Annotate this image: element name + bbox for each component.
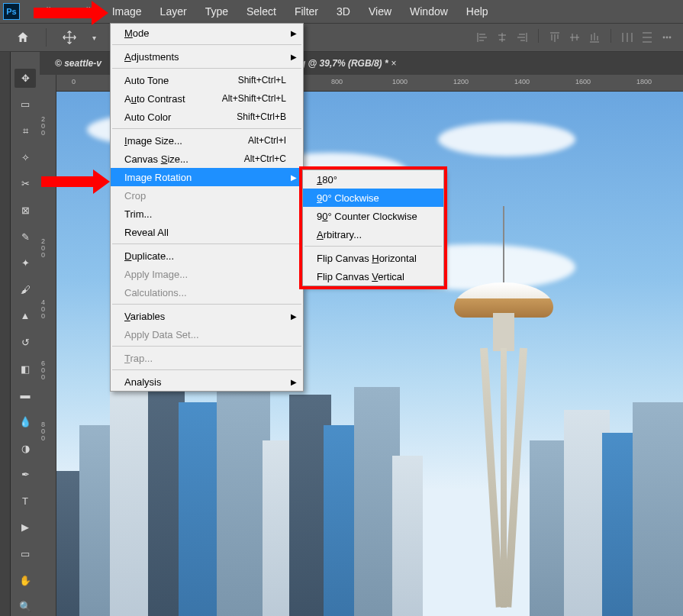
image-rotation-submenu: 180°90° Clockwise90° Counter ClockwiseAr…	[302, 169, 444, 286]
image-menu-auto-tone[interactable]: Auto ToneShift+Ctrl+L	[111, 71, 303, 89]
eraser-tool[interactable]: ◧	[14, 360, 36, 379]
rectangle-tool[interactable]: ▭	[14, 544, 36, 563]
ruler-tick: 800	[331, 78, 343, 85]
ruler-tick: 800	[41, 421, 45, 442]
menu-separator	[112, 68, 301, 69]
hand-tool[interactable]: ✋	[14, 571, 36, 590]
rotation-menu-flip-canvas-horizontal[interactable]: Flip Canvas Horizontal	[303, 249, 443, 267]
ruler-tick: 600	[41, 360, 45, 381]
ruler-tick: 200	[41, 116, 45, 137]
menu-select[interactable]: Select	[237, 1, 285, 22]
image-menu-crop: Crop	[111, 186, 303, 205]
image-menu-apply-image: Apply Image...	[111, 265, 303, 283]
separator	[611, 29, 611, 43]
align-buttons	[474, 29, 675, 46]
align-right-icon[interactable]	[514, 29, 530, 46]
submenu-arrow-icon: ▶	[291, 378, 297, 386]
image-menu-image-size[interactable]: Image Size...Alt+Ctrl+I	[111, 131, 303, 150]
tab-close-icon[interactable]: ×	[391, 58, 397, 69]
type-tool[interactable]: T	[14, 492, 36, 511]
gradient-tool[interactable]: ▬	[14, 386, 36, 405]
image-menu-duplicate[interactable]: Duplicate...	[111, 247, 303, 265]
eyedropper-tool[interactable]: ✎	[14, 227, 36, 247]
image-menu-adjustments[interactable]: Adjustments▶	[111, 47, 303, 66]
clone-stamp-tool[interactable]: ▲	[14, 307, 36, 326]
image-menu-variables[interactable]: Variables▶	[111, 307, 303, 325]
rotation-menu-flip-canvas-vertical[interactable]: Flip Canvas Vertical	[303, 267, 443, 285]
menu-3d[interactable]: 3D	[327, 1, 359, 22]
ruler-tick: 1400	[514, 78, 530, 85]
pen-tool[interactable]: ✒	[14, 465, 36, 484]
submenu-arrow-icon: ▶	[291, 29, 297, 37]
submenu-arrow-icon: ▶	[291, 173, 297, 182]
toolbar: ✥▭⌗✧✂⊠✎✦🖌▲↺◧▬💧◑✒T▶▭✋🔍	[11, 52, 40, 616]
brush-tool[interactable]: 🖌	[14, 280, 36, 299]
path-selection-tool[interactable]: ▶	[14, 518, 36, 537]
menu-separator	[304, 246, 442, 247]
submenu-arrow-icon: ▶	[291, 312, 297, 321]
move-tool[interactable]: ✥	[14, 69, 36, 88]
history-brush-tool[interactable]: ↺	[14, 333, 36, 352]
more-options-icon[interactable]	[659, 29, 675, 46]
separator	[46, 28, 47, 47]
menu-image[interactable]: Image	[103, 1, 151, 22]
menu-separator	[112, 128, 301, 129]
menu-type[interactable]: Type	[196, 1, 237, 22]
blur-tool[interactable]: 💧	[14, 412, 36, 431]
lasso-tool[interactable]: ⌗	[14, 121, 36, 140]
svg-point-0	[663, 37, 665, 39]
image-menu-trim[interactable]: Trim...	[111, 205, 303, 223]
menu-filter[interactable]: Filter	[285, 1, 327, 22]
tab-title-left: © seattle-v	[55, 58, 101, 69]
menu-window[interactable]: Window	[401, 1, 457, 22]
image-menu-canvas-size[interactable]: Canvas Size...Alt+Ctrl+C	[111, 150, 303, 168]
panel-strip	[0, 52, 11, 616]
image-menu-auto-color[interactable]: Auto ColorShift+Ctrl+B	[111, 108, 303, 126]
submenu-arrow-icon: ▶	[291, 53, 297, 61]
magic-wand-tool[interactable]: ✧	[14, 148, 36, 167]
image-menu-image-rotation[interactable]: Image Rotation▶	[111, 168, 303, 186]
home-icon[interactable]	[14, 28, 32, 47]
image-menu-mode[interactable]: Mode▶	[111, 24, 303, 42]
app-logo: Ps	[3, 3, 20, 20]
image-menu-auto-contrast[interactable]: Auto ContrastAlt+Shift+Ctrl+L	[111, 89, 303, 108]
distribute-h-icon[interactable]	[619, 29, 636, 46]
dodge-tool[interactable]: ◑	[14, 439, 36, 458]
align-bottom-icon[interactable]	[586, 29, 603, 46]
align-center-v-icon[interactable]	[566, 29, 583, 46]
svg-point-2	[669, 37, 672, 39]
align-center-h-icon[interactable]	[494, 29, 511, 46]
image-menu-reveal-all[interactable]: Reveal All	[111, 223, 303, 241]
ruler-tick: 1200	[453, 78, 469, 85]
menu-layer[interactable]: Layer	[151, 1, 196, 22]
menu-separator	[112, 304, 301, 305]
image-menu-calculations: Calculations...	[111, 283, 303, 302]
rotation-menu-90-clockwise[interactable]: 90° Clockwise	[303, 189, 443, 207]
image-menu-analysis[interactable]: Analysis▶	[111, 373, 303, 391]
menu-separator	[112, 369, 301, 370]
align-top-icon[interactable]	[546, 29, 563, 46]
menu-view[interactable]: View	[359, 1, 401, 22]
separator	[538, 29, 539, 43]
healing-brush-tool[interactable]: ✦	[14, 253, 36, 273]
vertical-ruler: 2000200400600800	[40, 75, 56, 616]
ruler-tick: 1600	[575, 78, 591, 85]
rotation-menu-90-counter-clockwise[interactable]: 90° Counter Clockwise	[303, 207, 443, 225]
menu-help[interactable]: Help	[457, 1, 498, 22]
move-tool-icon[interactable]	[60, 28, 79, 47]
rotation-menu-180[interactable]: 180°	[303, 170, 443, 189]
ruler-tick: 200	[41, 238, 45, 259]
marquee-tool[interactable]: ▭	[14, 95, 36, 114]
space-needle	[450, 206, 557, 588]
options-bar: ▾ ansform Controls	[0, 23, 683, 52]
distribute-v-icon[interactable]	[639, 29, 656, 46]
zoom-tool[interactable]: 🔍	[14, 598, 36, 617]
rotation-menu-arbitrary[interactable]: Arbitrary...	[303, 225, 443, 243]
frame-tool[interactable]: ⊠	[14, 201, 36, 220]
menu-separator	[112, 346, 301, 347]
ruler-tick: 1000	[392, 78, 408, 85]
crop-tool[interactable]: ✂	[14, 175, 36, 194]
tab-title-right: g @ 39,7% (RGB/8) *	[300, 58, 388, 69]
align-left-icon[interactable]	[474, 29, 491, 46]
menu-separator	[112, 44, 301, 45]
